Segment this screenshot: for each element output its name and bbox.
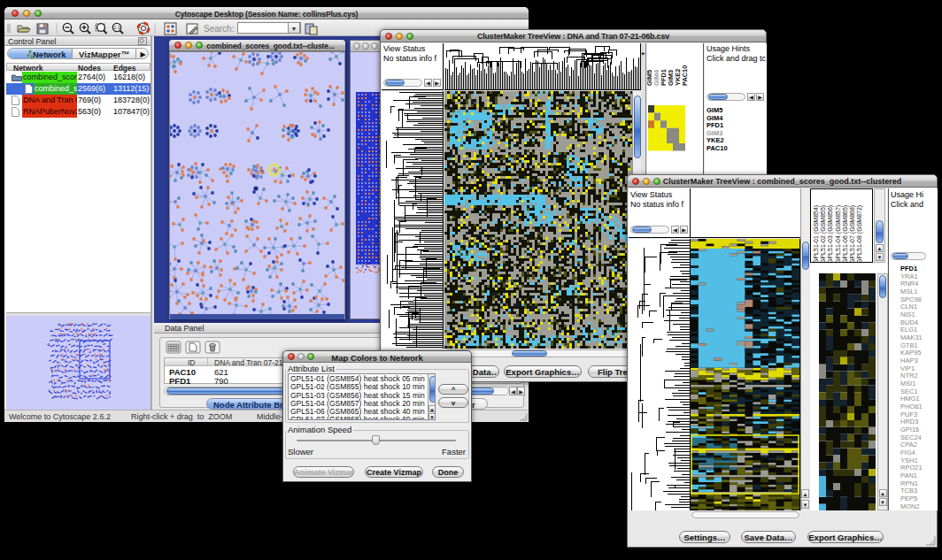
svg-text:GPL51-02 (GSM855): GPL51-02 (GSM855) xyxy=(820,205,827,263)
svg-text:GPL51-01 (GSM854): GPL51-01 (GSM854) xyxy=(813,205,820,263)
svg-text:1:1: 1:1 xyxy=(114,25,120,30)
svg-text:GPL51-03 (GSM856): GPL51-03 (GSM856) xyxy=(827,205,834,263)
svg-text:GPL51-07 (GSM868): GPL51-07 (GSM868) xyxy=(849,205,856,263)
svg-text:GPL51-06 (GSM865): GPL51-06 (GSM865) xyxy=(842,205,849,263)
svg-text:GPL51-08 (GSM872): GPL51-08 (GSM872) xyxy=(856,205,863,263)
svg-text:PAC10: PAC10 xyxy=(681,65,689,86)
svg-text:GPL51-04 (GSM857): GPL51-04 (GSM857) xyxy=(835,205,842,263)
